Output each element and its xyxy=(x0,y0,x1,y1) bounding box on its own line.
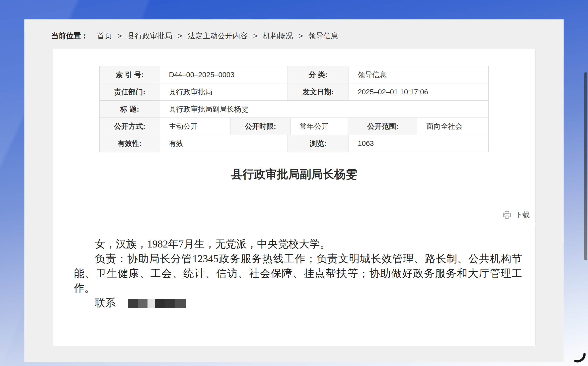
meta-value-open-mode: 主动公开 xyxy=(160,118,230,135)
meta-label-publish-date: 发文日期: xyxy=(288,83,349,101)
breadcrumb-link-bureau[interactable]: 县行政审批局 xyxy=(128,32,172,40)
breadcrumb-link-home[interactable]: 首页 xyxy=(97,32,112,40)
meta-value-publish-date: 2025–02–01 10:17:06 xyxy=(349,83,489,101)
meta-value-category: 领导信息 xyxy=(349,66,489,83)
vertical-scrollbar-thumb[interactable] xyxy=(584,72,587,260)
breadcrumb-label: 当前位置： xyxy=(51,32,88,40)
meta-label-index-number: 索 引 号: xyxy=(100,66,160,83)
meta-value-index-number: D44–00–2025–0003 xyxy=(160,66,288,83)
table-row: 公开方式: 主动公开 公开时限: 常年公开 公开范围: 面向全社会 xyxy=(100,118,489,135)
duties-paragraph: 负责：协助局长分管12345政务服务热线工作；负责文明城长效管理、路长制、公共机… xyxy=(74,251,522,296)
table-row: 标 题: 县行政审批局副局长杨雯 xyxy=(100,101,489,118)
meta-value-department: 县行政审批局 xyxy=(160,83,288,101)
meta-label-open-period: 公开时限: xyxy=(230,118,291,135)
meta-value-open-period: 常年公开 xyxy=(291,118,349,135)
download-button[interactable]: 下载 xyxy=(503,210,530,220)
page-title: 县行政审批局副局长杨雯 xyxy=(53,168,535,181)
loading-spinner-arc xyxy=(571,348,587,365)
breadcrumb-link-overview[interactable]: 机构概况 xyxy=(263,32,293,40)
meta-value-validity: 有效 xyxy=(160,135,288,152)
breadcrumb: 当前位置： 首页 > 县行政审批局 > 法定主动公开内容 > 机构概况 > 领导… xyxy=(51,31,564,40)
meta-label-title: 标 题: xyxy=(100,101,160,118)
breadcrumb-link-disclosure[interactable]: 法定主动公开内容 xyxy=(188,32,248,40)
redacted-contact-info xyxy=(128,299,186,308)
meta-label-open-mode: 公开方式: xyxy=(100,118,160,135)
page-background: 当前位置： 首页 > 县行政审批局 > 法定主动公开内容 > 机构概况 > 领导… xyxy=(0,0,588,366)
meta-label-validity: 有效性: xyxy=(100,135,160,152)
meta-value-open-scope: 面向全社会 xyxy=(417,118,489,135)
article-body: 女，汉族，1982年7月生，无党派，中央党校大学。 负责：协助局长分管12345… xyxy=(74,237,522,310)
meta-label-views: 浏览: xyxy=(288,135,349,152)
breadcrumb-current-page: 领导信息 xyxy=(308,32,338,40)
section-divider xyxy=(53,224,535,224)
bio-paragraph: 女，汉族，1982年7月生，无党派，中央党校大学。 xyxy=(74,237,522,251)
meta-label-department: 责任部门: xyxy=(100,83,160,101)
download-button-label: 下载 xyxy=(515,210,530,220)
table-row: 有效性: 有效 浏览: 1063 xyxy=(100,135,489,152)
download-row: 下载 xyxy=(53,210,535,221)
table-row: 索 引 号: D44–00–2025–0003 分 类: 领导信息 xyxy=(100,66,489,83)
meta-label-category: 分 类: xyxy=(288,66,349,83)
content-card: 当前位置： 首页 > 县行政审批局 > 法定主动公开内容 > 机构概况 > 领导… xyxy=(24,19,564,362)
document-meta-table: 索 引 号: D44–00–2025–0003 分 类: 领导信息 责任部门: … xyxy=(99,66,489,152)
breadcrumb-separator: > xyxy=(298,32,303,40)
table-row: 责任部门: 县行政审批局 发文日期: 2025–02–01 10:17:06 xyxy=(100,83,489,101)
meta-label-open-scope: 公开范围: xyxy=(349,118,417,135)
contact-label: 联系 xyxy=(95,297,116,308)
meta-value-views: 1063 xyxy=(349,135,489,152)
breadcrumb-separator: > xyxy=(253,32,258,40)
article-container: 索 引 号: D44–00–2025–0003 分 类: 领导信息 责任部门: … xyxy=(53,49,536,346)
meta-value-title: 县行政审批局副局长杨雯 xyxy=(160,101,489,118)
contact-paragraph: 联系 xyxy=(74,296,522,310)
breadcrumb-separator: > xyxy=(178,32,182,40)
printer-icon xyxy=(503,211,512,220)
breadcrumb-separator: > xyxy=(118,32,122,40)
